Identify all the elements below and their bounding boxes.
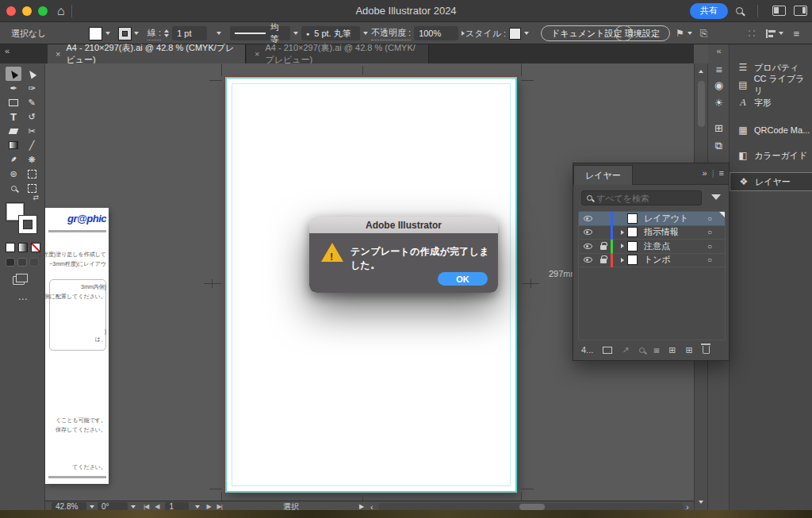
selection-tool[interactable] bbox=[6, 67, 21, 81]
dock-item-layers[interactable]: ❖ レイヤー bbox=[730, 172, 812, 191]
dock-drag-handle[interactable] bbox=[760, 142, 777, 145]
next-artboard-icon[interactable]: ▶ bbox=[206, 503, 210, 510]
target-icon[interactable]: ○ bbox=[707, 214, 712, 223]
chevron-down-icon[interactable] bbox=[216, 32, 221, 35]
expand-icon[interactable] bbox=[621, 244, 624, 248]
panel-layout-icon[interactable] bbox=[794, 6, 807, 16]
asset-export-panel-icon[interactable]: ⧉ bbox=[708, 140, 730, 152]
swap-fill-stroke-icon[interactable]: ⇄ bbox=[33, 194, 39, 201]
zoom-tool[interactable] bbox=[6, 181, 21, 195]
panel-menu-icon[interactable]: ≡ bbox=[719, 168, 724, 178]
preferences-button[interactable]: 環境設定 bbox=[615, 25, 670, 41]
chevron-down-icon[interactable] bbox=[105, 32, 110, 35]
gradient-panel-icon[interactable]: ☀ bbox=[708, 97, 730, 109]
dock-drag-handle[interactable] bbox=[760, 167, 777, 171]
layers-panel-tab[interactable]: レイヤー bbox=[573, 165, 633, 185]
dock-drag-handle[interactable] bbox=[710, 116, 726, 119]
dock-collapse-icon[interactable]: « bbox=[708, 46, 730, 56]
stroke-weight-label[interactable]: 線 : bbox=[147, 27, 161, 40]
layer-thumbnail[interactable] bbox=[627, 227, 638, 237]
arrange-document-icon[interactable]: ⎘ bbox=[700, 28, 708, 39]
filter-icon[interactable] bbox=[711, 194, 721, 200]
visibility-icon[interactable] bbox=[584, 216, 592, 221]
none-button[interactable] bbox=[31, 243, 40, 252]
tab-close-icon[interactable]: × bbox=[255, 49, 259, 59]
paintbrush-tool[interactable]: ✎ bbox=[24, 95, 40, 109]
type-tool[interactable]: T bbox=[6, 109, 21, 124]
previous-artboard-icon[interactable]: ◀ bbox=[155, 503, 159, 510]
layer-row[interactable]: 指示情報 ○ bbox=[579, 226, 725, 240]
expand-icon[interactable] bbox=[621, 258, 624, 263]
artboard-tool[interactable] bbox=[24, 167, 40, 181]
dock-item-color-guide[interactable]: ◧ カラーガイド bbox=[730, 147, 812, 164]
chevron-down-icon[interactable] bbox=[131, 505, 136, 508]
stroke-color-swatch[interactable] bbox=[119, 28, 131, 40]
chevron-right-icon[interactable] bbox=[462, 31, 465, 36]
rectangle-tool[interactable] bbox=[6, 95, 21, 109]
lock-icon[interactable] bbox=[600, 259, 607, 263]
knife-tool[interactable]: ╱ bbox=[24, 138, 40, 152]
target-icon[interactable]: ○ bbox=[707, 255, 712, 264]
screen-mode-icon[interactable] bbox=[13, 276, 25, 285]
layer-name[interactable]: 注意点 bbox=[644, 240, 670, 252]
document-tab[interactable]: × A4 - 210×297(表).ai @ 42.8 % (CMYK/プレビュ… bbox=[48, 44, 246, 63]
layers-search[interactable] bbox=[581, 190, 702, 205]
visibility-icon[interactable] bbox=[584, 244, 592, 249]
transform-panel-icon[interactable]: ⊞ bbox=[708, 122, 730, 134]
chevron-down-icon[interactable] bbox=[90, 505, 94, 508]
horizontal-scroll-thumb[interactable] bbox=[519, 504, 545, 510]
chevron-down-icon[interactable] bbox=[688, 32, 692, 35]
layer-thumbnail[interactable] bbox=[627, 241, 638, 251]
panel-expand-icon[interactable]: » bbox=[703, 168, 707, 178]
rotate-tool[interactable]: ↺ bbox=[24, 109, 40, 124]
tab-close-icon[interactable]: × bbox=[56, 49, 60, 59]
fill-color-swatch[interactable] bbox=[89, 27, 102, 40]
first-artboard-icon[interactable]: |◀ bbox=[144, 503, 148, 510]
isolate-selection-icon[interactable]: ⚑ bbox=[676, 28, 684, 39]
chevron-down-icon[interactable] bbox=[293, 32, 298, 35]
opacity-label[interactable]: 不透明度 : bbox=[371, 27, 411, 40]
layer-name[interactable]: レイアウト bbox=[644, 213, 688, 224]
pen-tool[interactable]: ✒ bbox=[6, 81, 21, 95]
new-layer-icon[interactable]: ⊞ bbox=[685, 345, 692, 355]
expand-icon[interactable] bbox=[621, 230, 624, 235]
stroke-panel-icon[interactable]: ≡ bbox=[708, 63, 730, 76]
dock-drag-handle[interactable] bbox=[760, 51, 777, 54]
share-button[interactable]: 共有 bbox=[690, 3, 728, 19]
draw-behind-icon[interactable] bbox=[17, 258, 27, 267]
chevron-down-icon[interactable] bbox=[363, 32, 368, 35]
touch-workspace-icon[interactable] bbox=[747, 29, 756, 38]
chevron-down-icon[interactable] bbox=[134, 32, 139, 35]
dock-drag-handle[interactable] bbox=[710, 57, 726, 60]
ok-button[interactable]: OK bbox=[438, 272, 488, 286]
collect-for-export-icon[interactable] bbox=[603, 347, 612, 354]
color-panel-icon[interactable]: ◉ bbox=[708, 79, 730, 91]
visibility-icon[interactable] bbox=[584, 257, 592, 263]
dock-item-qrcode[interactable]: ▦ QRCode Ma... bbox=[730, 121, 812, 139]
target-icon[interactable]: ○ bbox=[707, 242, 712, 251]
delete-layer-icon[interactable] bbox=[703, 346, 710, 354]
control-bar-menu-icon[interactable]: ≡ bbox=[793, 28, 799, 40]
fill-stroke-indicator[interactable]: ⇄ bbox=[6, 203, 36, 233]
target-icon[interactable]: ○ bbox=[707, 228, 712, 236]
layers-search-input[interactable] bbox=[596, 194, 684, 203]
last-artboard-icon[interactable]: ▶| bbox=[217, 503, 222, 510]
stroke-weight-stepper[interactable] bbox=[164, 29, 169, 37]
style-swatch[interactable] bbox=[509, 28, 521, 40]
stroke-swatch[interactable] bbox=[19, 216, 36, 233]
stroke-profile-select[interactable]: 均等 bbox=[230, 26, 290, 40]
layer-name[interactable]: 指示情報 bbox=[644, 226, 679, 238]
vertical-scroll-thumb[interactable] bbox=[698, 81, 705, 127]
chevron-down-icon[interactable] bbox=[779, 32, 783, 35]
toolbar-collapse-icon[interactable]: « bbox=[5, 46, 10, 56]
blend-tool[interactable]: ❋ bbox=[24, 152, 40, 167]
search-icon[interactable] bbox=[736, 7, 743, 14]
chevron-down-icon[interactable] bbox=[195, 505, 200, 508]
layer-thumbnail[interactable] bbox=[627, 255, 638, 265]
export-icon[interactable]: ↗ bbox=[622, 345, 629, 355]
dock-item-glyphs[interactable]: A 字形 bbox=[730, 94, 812, 111]
draw-normal-icon[interactable] bbox=[6, 258, 15, 267]
dock-item-cc-library[interactable]: ▤ CC ライブラリ bbox=[730, 76, 812, 94]
new-sublayer-icon[interactable]: ⊞ bbox=[668, 345, 676, 355]
layer-thumbnail[interactable] bbox=[627, 213, 638, 224]
